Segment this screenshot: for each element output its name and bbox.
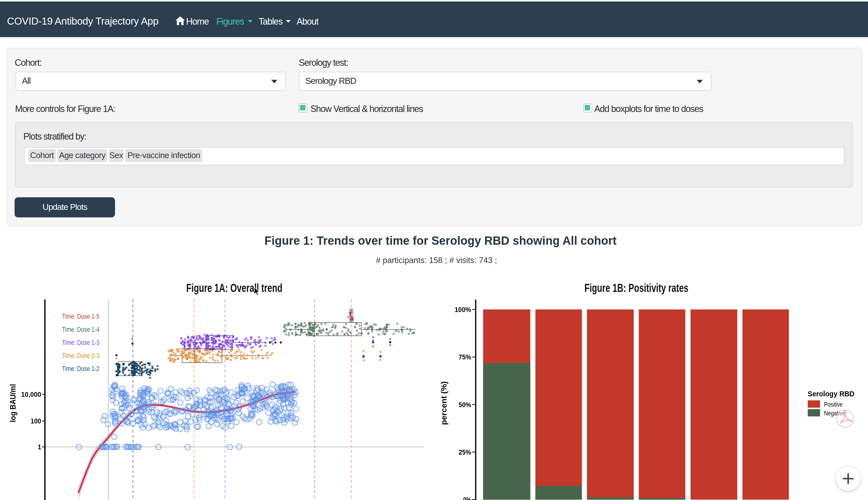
svg-text:0%: 0% xyxy=(463,496,471,500)
svg-text:1: 1 xyxy=(38,443,41,451)
svg-text:Time: Dose 1-4: Time: Dose 1-4 xyxy=(62,326,99,333)
svg-text:# participants: 158 ; # visits: # participants: 158 ; # visits: 743 ; xyxy=(376,255,497,265)
svg-text:Time: Dose 2-3: Time: Dose 2-3 xyxy=(62,352,99,360)
svg-text:50%: 50% xyxy=(459,401,471,409)
svg-text:10,000: 10,000 xyxy=(21,390,41,398)
svg-text:percent (%): percent (%) xyxy=(439,381,448,425)
svg-text:75%: 75% xyxy=(459,353,471,361)
svg-text:Figure 1B: Positivity rates: Figure 1B: Positivity rates xyxy=(585,281,688,294)
svg-text:Figure 1A: Overall trend: Figure 1A: Overall trend xyxy=(186,281,282,294)
svg-text:Time: Dose 1-2: Time: Dose 1-2 xyxy=(62,365,99,373)
svg-text:100%: 100% xyxy=(455,306,471,314)
svg-text:log BAU/ml: log BAU/ml xyxy=(9,384,17,422)
svg-text:Time: Dose 1-3: Time: Dose 1-3 xyxy=(62,339,99,346)
svg-text:Serology RBD: Serology RBD xyxy=(808,389,855,398)
svg-text:Positive: Positive xyxy=(824,401,843,408)
svg-text:Time: Dose 1-5: Time: Dose 1-5 xyxy=(62,313,99,320)
svg-text:100: 100 xyxy=(31,417,41,425)
svg-text:Figure 1: Trends over time for: Figure 1: Trends over time for Serology … xyxy=(265,234,616,247)
svg-text:25%: 25% xyxy=(459,448,471,456)
